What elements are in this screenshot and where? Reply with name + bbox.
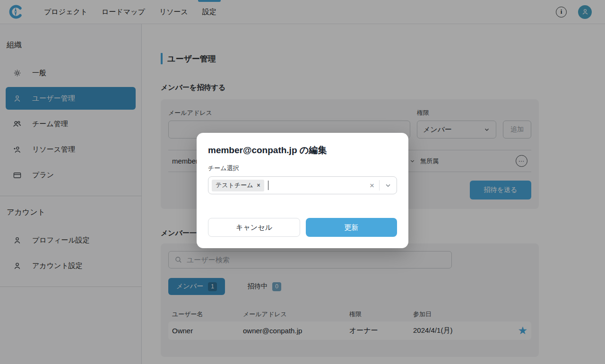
cancel-button[interactable]: キャンセル bbox=[208, 218, 300, 237]
select-controls: × bbox=[370, 180, 392, 191]
modal-title: member@conpath.jp の編集 bbox=[208, 144, 397, 156]
edit-member-modal: member@conpath.jp の編集 チーム選択 テストチーム × × キ… bbox=[197, 133, 408, 248]
update-button[interactable]: 更新 bbox=[306, 218, 397, 237]
chevron-down-icon[interactable] bbox=[384, 182, 392, 189]
select-separator bbox=[379, 180, 380, 191]
text-cursor bbox=[268, 181, 269, 190]
team-chip-label: テストチーム bbox=[216, 181, 253, 190]
remove-team-icon[interactable]: × bbox=[257, 182, 260, 189]
team-multi-select[interactable]: テストチーム × × bbox=[208, 176, 397, 194]
team-select-label: チーム選択 bbox=[208, 164, 397, 173]
modal-footer: キャンセル 更新 bbox=[208, 218, 397, 237]
selected-team-chip: テストチーム × bbox=[212, 180, 264, 191]
clear-selection-icon[interactable]: × bbox=[370, 182, 374, 190]
